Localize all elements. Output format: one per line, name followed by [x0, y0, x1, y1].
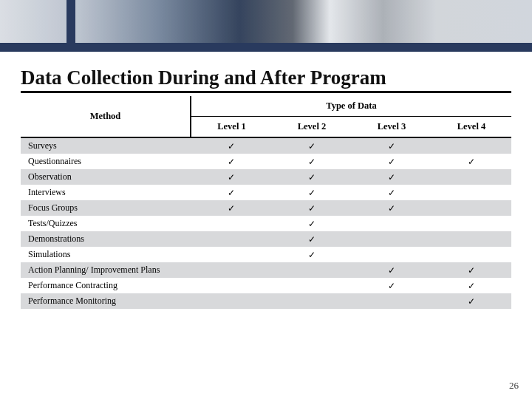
level-cell [191, 293, 272, 309]
table-row: Simulations✓ [21, 247, 511, 262]
level-cell [432, 185, 511, 200]
table-row: Performance Monitoring✓ [21, 293, 511, 309]
col-level-3: Level 3 [352, 117, 432, 138]
level-cell [432, 216, 511, 231]
table-row: Surveys✓✓✓ [21, 137, 511, 154]
method-cell: Tests/Quizzes [21, 216, 191, 231]
level-cell [191, 262, 272, 278]
level-cell: ✓ [352, 262, 432, 278]
level-cell [272, 278, 352, 293]
method-cell: Performance Monitoring [21, 293, 191, 309]
method-cell: Observation [21, 169, 191, 185]
table-row: Tests/Quizzes✓ [21, 216, 511, 231]
table-row: Demonstrations✓ [21, 231, 511, 247]
level-cell: ✓ [272, 231, 352, 247]
level-cell: ✓ [352, 185, 432, 200]
level-cell [432, 200, 511, 216]
col-level-4: Level 4 [432, 117, 511, 138]
page-title: Data Collection During and After Program [21, 66, 511, 89]
level-cell: ✓ [272, 154, 352, 169]
level-cell: ✓ [352, 137, 432, 154]
method-cell: Action Planning/ Improvement Plans [21, 262, 191, 278]
level-cell: ✓ [191, 185, 272, 200]
level-cell: ✓ [191, 154, 272, 169]
data-collection-table: Method Type of Data Level 1 Level 2 Leve… [21, 96, 511, 309]
level-cell [352, 216, 432, 231]
method-cell: Simulations [21, 247, 191, 262]
table-row: Observation✓✓✓ [21, 169, 511, 185]
table-row: Interviews✓✓✓ [21, 185, 511, 200]
level-cell [352, 231, 432, 247]
level-cell [352, 247, 432, 262]
level-cell: ✓ [352, 154, 432, 169]
level-cell [191, 278, 272, 293]
level-cell [432, 137, 511, 154]
level-cell: ✓ [272, 200, 352, 216]
level-cell: ✓ [272, 216, 352, 231]
level-cell: ✓ [432, 154, 511, 169]
level-cell: ✓ [191, 200, 272, 216]
level-cell [432, 169, 511, 185]
method-cell: Performance Contracting [21, 278, 191, 293]
level-cell: ✓ [432, 293, 511, 309]
level-cell: ✓ [272, 247, 352, 262]
level-cell [432, 247, 511, 262]
col-level-1: Level 1 [191, 117, 272, 138]
level-cell: ✓ [352, 278, 432, 293]
title-rule [21, 91, 511, 93]
level-cell: ✓ [191, 169, 272, 185]
col-method: Method [21, 96, 191, 137]
level-cell: ✓ [191, 137, 272, 154]
table-row: Focus Groups✓✓✓ [21, 200, 511, 216]
level-cell [272, 293, 352, 309]
header-banner [0, 0, 532, 52]
table-row: Performance Contracting✓✓ [21, 278, 511, 293]
method-cell: Demonstrations [21, 231, 191, 247]
level-cell: ✓ [272, 185, 352, 200]
level-cell [191, 216, 272, 231]
level-cell [352, 293, 432, 309]
level-cell: ✓ [272, 137, 352, 154]
page-number: 26 [509, 380, 519, 392]
method-cell: Interviews [21, 185, 191, 200]
method-cell: Focus Groups [21, 200, 191, 216]
method-cell: Questionnaires [21, 154, 191, 169]
level-cell: ✓ [432, 262, 511, 278]
level-cell [191, 247, 272, 262]
level-cell [272, 262, 352, 278]
col-level-2: Level 2 [272, 117, 352, 138]
level-cell: ✓ [352, 169, 432, 185]
level-cell [432, 231, 511, 247]
method-cell: Surveys [21, 137, 191, 154]
level-cell: ✓ [432, 278, 511, 293]
level-cell: ✓ [352, 200, 432, 216]
table-row: Action Planning/ Improvement Plans✓✓ [21, 262, 511, 278]
table-row: Questionnaires✓✓✓✓ [21, 154, 511, 169]
col-type: Type of Data [191, 96, 511, 117]
level-cell [191, 231, 272, 247]
level-cell: ✓ [272, 169, 352, 185]
